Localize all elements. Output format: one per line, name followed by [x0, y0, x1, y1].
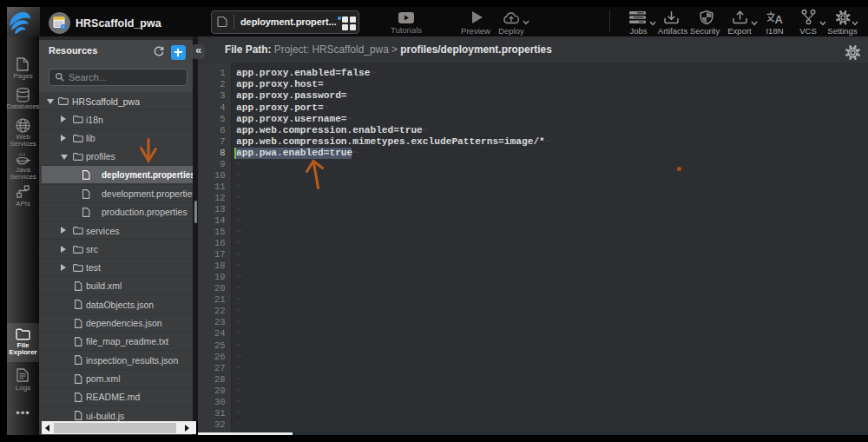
svg-text:A: A [775, 13, 784, 26]
